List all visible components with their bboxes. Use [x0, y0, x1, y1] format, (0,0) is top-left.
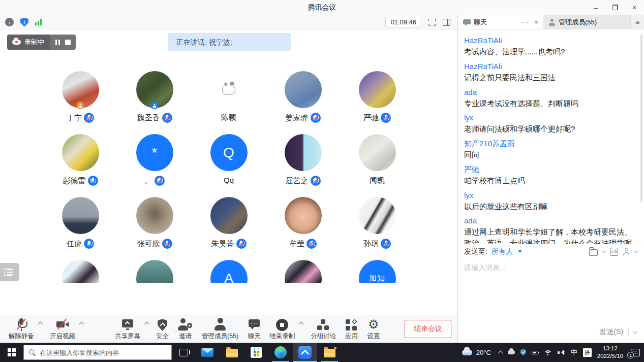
tray-cloud-icon[interactable]	[508, 350, 515, 354]
toolbar-manage-members[interactable]: 管理成员(55)	[202, 317, 238, 341]
toolbar-start-video[interactable]: 开启视频	[50, 317, 75, 341]
chat-scrollbar[interactable]	[640, 35, 642, 202]
participant-tile[interactable]: 加知	[340, 260, 414, 283]
chat-close-icon[interactable]: ×	[534, 18, 538, 26]
participant-tile[interactable]: 彭德雷	[43, 134, 117, 188]
toolbar-share-screen[interactable]: 共享屏幕	[115, 317, 140, 341]
ime-language-indicator[interactable]: 中	[571, 348, 577, 357]
send-button[interactable]: 发送(S)	[599, 327, 623, 337]
participant-tile[interactable]: A	[192, 260, 266, 283]
taskbar-store[interactable]	[244, 343, 268, 362]
chat-message-input[interactable]	[458, 259, 644, 320]
participant-tile[interactable]: * 。	[117, 134, 192, 188]
security-shield-icon[interactable]: +	[20, 18, 28, 27]
taskbar-file-explorer-open[interactable]	[317, 343, 342, 362]
chat-message-list: HazRaTiAli 考试内容、法理学......也考吗? HazRaTiAli…	[458, 29, 644, 244]
participant-tile[interactable]: 屈艺之	[266, 134, 340, 188]
toolbar-breakout-rooms[interactable]: 分组讨论	[311, 317, 336, 341]
meeting-info-icon[interactable]: i	[5, 18, 14, 26]
share-options-chevron[interactable]	[144, 322, 149, 327]
history-caret-icon[interactable]	[602, 249, 606, 253]
system-tray: 20°C 中 拼 13:12 2022/5/10 1	[462, 345, 644, 360]
participant-tile[interactable]: Q Qq	[192, 134, 266, 188]
member-caret-icon[interactable]	[634, 249, 638, 253]
cat-sticker-icon	[222, 83, 235, 94]
ime-method-icon[interactable]: 拼	[583, 348, 592, 357]
taskbar-search[interactable]	[23, 345, 172, 360]
participant-tile[interactable]: 严驰	[340, 71, 414, 125]
toolbar-unmute[interactable]: 解除静音	[9, 317, 34, 341]
notification-center-icon[interactable]: 1	[631, 349, 640, 356]
toolbar-invite[interactable]: + 邀请	[178, 317, 193, 341]
tray-expand-chevron-icon[interactable]	[498, 351, 503, 356]
participant-tile[interactable]: 丁宁	[43, 71, 117, 125]
member-select-icon[interactable]	[623, 248, 630, 255]
wifi-icon[interactable]	[544, 349, 552, 355]
volume-icon[interactable]	[558, 349, 565, 355]
participant-tile[interactable]: 姜家骅	[266, 71, 340, 125]
send-to-dropdown[interactable]: 所有人	[492, 247, 513, 256]
avatar	[359, 197, 396, 234]
chat-message: lyx 以后的就业这些有区别嘛	[464, 190, 637, 212]
mic-muted-icon	[306, 239, 317, 249]
invite-icon: +	[178, 318, 193, 331]
taskbar-file-explorer[interactable]	[220, 343, 244, 362]
end-meeting-button[interactable]: 结束会议	[405, 320, 451, 338]
avatar: 加知	[359, 260, 396, 283]
participant-tile[interactable]: 朱昊菁	[192, 197, 266, 251]
participant-tile[interactable]: 张可欣	[117, 197, 192, 251]
chat-history-icon[interactable]	[589, 249, 598, 256]
message-sender: HazRaTiAli	[464, 61, 637, 72]
minimize-button[interactable]: –	[586, 0, 605, 15]
taskbar-edge[interactable]	[268, 343, 293, 362]
restore-button[interactable]	[605, 0, 625, 15]
toolbar-end-recording[interactable]: 结束录制	[269, 317, 295, 341]
meeting-area: i + 01:09:46 录制中	[0, 15, 457, 343]
network-signal-icon[interactable]	[35, 19, 42, 25]
mic-options-chevron[interactable]	[38, 322, 43, 327]
member-badge-icon	[151, 102, 159, 109]
close-button[interactable]: ×	[625, 0, 644, 15]
chat-overflow-icon[interactable]: ···	[521, 18, 529, 26]
participant-tile[interactable]: 闻凯	[340, 134, 414, 188]
participant-tile[interactable]	[117, 260, 192, 283]
participant-tile[interactable]	[43, 260, 117, 283]
participant-tile[interactable]	[266, 260, 340, 283]
announcement-icon[interactable]: 公告	[610, 248, 618, 256]
fullscreen-icon[interactable]	[428, 19, 436, 26]
battery-icon[interactable]	[532, 351, 538, 354]
video-options-chevron[interactable]	[79, 322, 84, 327]
tab-manage-members[interactable]: 管理成员(55)	[543, 15, 630, 29]
layout-switch-icon[interactable]	[443, 19, 450, 26]
search-input[interactable]	[40, 349, 167, 356]
participant-tile[interactable]: 任虎	[43, 197, 117, 251]
meeting-timer: 01:09:46	[385, 17, 421, 27]
taskbar-mail[interactable]	[195, 343, 220, 362]
panel-menu-icon[interactable]: ≡	[630, 15, 644, 29]
toolbar-settings[interactable]: ⚙ 设置	[367, 317, 380, 341]
member-list-toggle[interactable]	[0, 263, 19, 281]
mic-off-icon	[15, 318, 27, 331]
stop-record-button[interactable]	[65, 40, 71, 45]
pause-record-button[interactable]	[55, 40, 60, 45]
taskbar-clock[interactable]: 13:12 2022/5/10	[597, 345, 623, 360]
task-view-icon	[179, 349, 188, 356]
toolbar-security[interactable]: 安全	[156, 317, 169, 341]
start-button[interactable]	[0, 343, 23, 362]
participant-tile[interactable]: 牟莹	[266, 197, 340, 251]
weather-widget[interactable]: 20°C	[462, 349, 491, 356]
tab-chat[interactable]: ··· 聊天 ··· ×	[458, 15, 543, 29]
apps-icon	[346, 319, 357, 331]
toolbar-chat[interactable]: ··· 聊天	[248, 317, 260, 341]
gear-icon: ⚙	[368, 318, 379, 331]
taskbar-tencent-meeting[interactable]	[293, 343, 317, 362]
participant-name: 牟莹	[289, 239, 304, 249]
participant-tile[interactable]: 魏圣香	[117, 71, 192, 125]
send-options-caret[interactable]	[633, 329, 637, 333]
tray-security-icon[interactable]	[520, 349, 526, 356]
recording-options-chevron[interactable]	[299, 322, 304, 327]
toolbar-apps[interactable]: 应用	[345, 317, 358, 341]
participant-tile[interactable]: 陈颖	[192, 71, 266, 125]
participant-tile[interactable]: 孙琪	[340, 197, 414, 251]
task-view-button[interactable]	[172, 343, 195, 362]
